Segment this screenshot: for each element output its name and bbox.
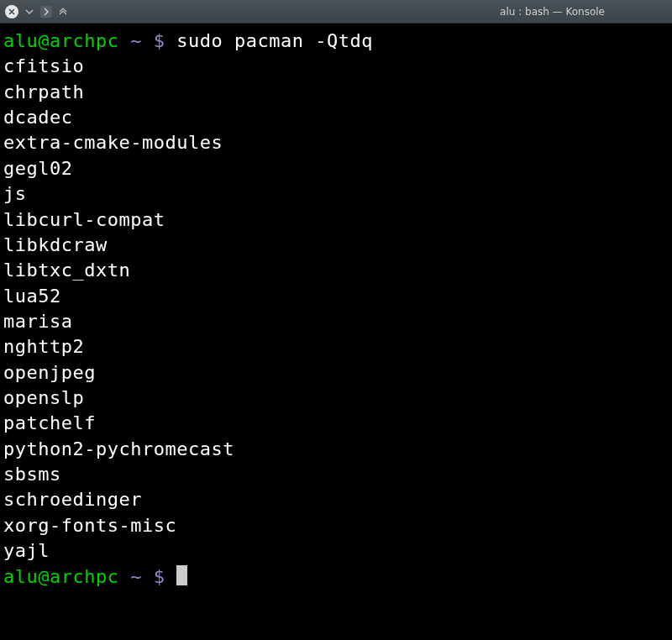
output-line: js (3, 181, 669, 207)
output-line: chrpath (3, 80, 669, 105)
output-line: openjpeg (3, 360, 669, 386)
forward-icon[interactable] (40, 6, 52, 18)
output-line: schroedinger (3, 487, 669, 512)
prompt-line-2: alu@archpc ~ $ (3, 564, 669, 590)
output-line: gegl02 (3, 156, 669, 181)
output-line: nghttp2 (3, 334, 669, 359)
command-output: cfitsiochrpathdcadecextra-cmake-modulesg… (3, 54, 669, 564)
command-text: sudo pacman -Qtdq (176, 30, 373, 51)
output-line: extra-cmake-modules (3, 130, 669, 155)
output-line: dcadec (3, 105, 669, 130)
prompt-user-host: alu@archpc (3, 566, 118, 587)
output-line: marisa (3, 309, 669, 334)
output-line: patchelf (3, 411, 669, 436)
terminal-cursor (176, 565, 187, 585)
output-line: lua52 (3, 284, 669, 309)
prompt-user-host: alu@archpc (3, 30, 118, 51)
window-title: alu : bash — Konsole (500, 6, 605, 18)
output-line: openslp (3, 386, 669, 411)
output-line: cfitsio (3, 54, 669, 79)
close-icon (8, 8, 15, 15)
output-line: xorg-fonts-misc (3, 513, 669, 538)
titlebar-controls (5, 5, 69, 18)
dropdown-icon[interactable] (24, 6, 35, 18)
prompt-symbol: $ (154, 30, 165, 51)
output-line: sbsms (3, 462, 669, 487)
output-line: libkdcraw (3, 233, 669, 258)
output-line: python2-pychromecast (3, 437, 669, 462)
output-line: libtxc_dxtn (3, 258, 669, 283)
window-titlebar: alu : bash — Konsole (0, 0, 672, 24)
close-button[interactable] (5, 5, 18, 18)
prompt-path: ~ (130, 30, 142, 51)
output-line: yajl (3, 538, 669, 564)
prompt-symbol: $ (154, 566, 165, 587)
prompt-line: alu@archpc ~ $ sudo pacman -Qtdq (3, 29, 669, 54)
terminal-content[interactable]: alu@archpc ~ $ sudo pacman -Qtdq cfitsio… (0, 24, 672, 640)
prompt-path: ~ (130, 566, 142, 587)
output-line: libcurl-compat (3, 207, 669, 233)
collapse-up-icon[interactable] (57, 6, 69, 18)
